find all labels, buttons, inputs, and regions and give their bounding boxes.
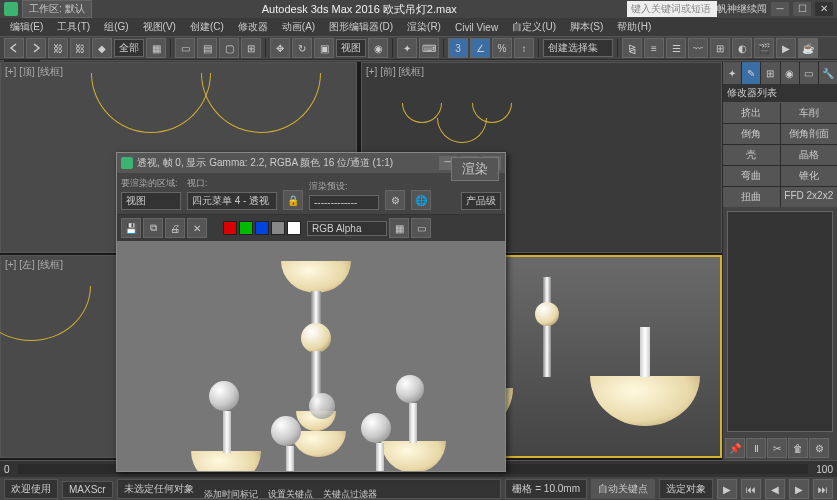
next-frame-button[interactable]: ▶ [789, 479, 809, 499]
menu-maxscript[interactable]: 脚本(S) [564, 18, 609, 36]
mod-extrude[interactable]: 挤出 [723, 103, 780, 123]
maximize-button[interactable]: ☐ [793, 2, 811, 16]
channel-mono-icon[interactable] [287, 221, 301, 235]
menu-group[interactable]: 组(G) [98, 18, 134, 36]
redo-button[interactable] [26, 38, 46, 58]
render-preset-dropdown[interactable]: ------------- [309, 195, 379, 210]
curve-editor-button[interactable]: 〰 [688, 38, 708, 58]
unlink-button[interactable]: ⛓ [70, 38, 90, 58]
menu-graph-editors[interactable]: 图形编辑器(D) [323, 18, 399, 36]
angle-snap-button[interactable]: ∠ [470, 38, 490, 58]
render-button[interactable]: ☕ [798, 38, 818, 58]
ref-coord-system[interactable]: 视图 [336, 39, 366, 57]
menu-civilview[interactable]: Civil View [449, 20, 504, 35]
goto-start-button[interactable]: ⏮ [741, 479, 761, 499]
minimize-button[interactable]: ─ [771, 2, 789, 16]
render-setup-button[interactable]: 🎬 [754, 38, 774, 58]
undo-button[interactable] [4, 38, 24, 58]
tab-motion-icon[interactable]: ◉ [781, 62, 799, 84]
menu-rendering[interactable]: 渲染(R) [401, 18, 447, 36]
scale-button[interactable]: ▣ [314, 38, 334, 58]
mod-shell[interactable]: 壳 [723, 145, 780, 165]
goto-end-button[interactable]: ⏭ [813, 479, 833, 499]
autokey-button[interactable]: 自动关键点 [591, 479, 655, 499]
bind-button[interactable]: ◆ [92, 38, 112, 58]
dialog-titlebar[interactable]: 透视, 帧 0, 显示 Gamma: 2.2, RGBA 颜色 16 位/通道 … [117, 153, 505, 173]
menu-help[interactable]: 帮助(H) [611, 18, 657, 36]
render-product-dropdown[interactable]: 产品级 [461, 192, 501, 210]
material-editor-button[interactable]: ◐ [732, 38, 752, 58]
make-unique-icon[interactable]: ✂ [767, 438, 787, 458]
menu-edit[interactable]: 编辑(E) [4, 18, 49, 36]
selection-filter[interactable]: 全部 [114, 39, 144, 57]
select-manipulate-button[interactable]: ✦ [397, 38, 417, 58]
schematic-view-button[interactable]: ⊞ [710, 38, 730, 58]
workspace-dropdown[interactable]: 工作区: 默认 [22, 0, 92, 18]
tab-modify-icon[interactable]: ✎ [742, 62, 760, 84]
channel-dropdown[interactable]: RGB Alpha [307, 221, 387, 236]
channel-alpha-icon[interactable] [271, 221, 285, 235]
select-by-name-button[interactable]: ▤ [197, 38, 217, 58]
tab-display-icon[interactable]: ▭ [800, 62, 818, 84]
mod-ffd[interactable]: FFD 2x2x2 [781, 187, 838, 207]
rotate-button[interactable]: ↻ [292, 38, 312, 58]
mirror-button[interactable]: ⧎ [622, 38, 642, 58]
setkey-button[interactable]: 设置关键点 [268, 488, 313, 501]
show-end-result-icon[interactable]: Ⅱ [746, 438, 766, 458]
render-setup-icon[interactable]: ⚙ [385, 190, 405, 210]
toggle-grid-icon[interactable]: ▦ [146, 38, 166, 58]
link-button[interactable]: ⛓ [48, 38, 68, 58]
modifier-list-header[interactable]: 修改器列表 [723, 84, 837, 103]
percent-snap-button[interactable]: % [492, 38, 512, 58]
align-button[interactable]: ≡ [644, 38, 664, 58]
use-center-button[interactable]: ◉ [368, 38, 388, 58]
pin-stack-icon[interactable]: 📌 [725, 438, 745, 458]
menu-customize[interactable]: 自定义(U) [506, 18, 562, 36]
configure-sets-icon[interactable]: ⚙ [809, 438, 829, 458]
mod-taper[interactable]: 锥化 [781, 166, 838, 186]
signin-user[interactable]: 帆神继续闯 [717, 2, 767, 16]
spinner-snap-button[interactable]: ↕ [514, 38, 534, 58]
render-frame-button[interactable]: ▶ [776, 38, 796, 58]
layers-button[interactable]: ☰ [666, 38, 686, 58]
select-region-button[interactable]: ▢ [219, 38, 239, 58]
select-object-button[interactable]: ▭ [175, 38, 195, 58]
prev-frame-button[interactable]: ◀ [765, 479, 785, 499]
menu-modifiers[interactable]: 修改器 [232, 18, 274, 36]
keyfilter-button[interactable]: 关键点过滤器 [323, 488, 377, 501]
mod-twist[interactable]: 扭曲 [723, 187, 780, 207]
viewport-label-top[interactable]: [+] [顶] [线框] [5, 65, 63, 79]
environment-icon[interactable]: 🌐 [411, 190, 431, 210]
modifier-stack[interactable] [727, 211, 833, 432]
mod-bevel-profile[interactable]: 倒角剖面 [781, 124, 838, 144]
viewport-label-front[interactable]: [+] [前] [线框] [366, 65, 424, 79]
channel-red-icon[interactable] [223, 221, 237, 235]
tab-create-icon[interactable]: ✦ [723, 62, 741, 84]
help-search-input[interactable]: 键入关键词或短语 [627, 1, 717, 17]
channel-blue-icon[interactable] [255, 221, 269, 235]
lock-viewport-icon[interactable]: 🔒 [283, 190, 303, 210]
mod-lathe[interactable]: 车削 [781, 103, 838, 123]
window-crossing-button[interactable]: ⊞ [241, 38, 261, 58]
render-button-dialog[interactable]: 渲染 [451, 157, 499, 181]
keyboard-shortcut-button[interactable]: ⌨ [419, 38, 439, 58]
clear-icon[interactable]: ✕ [187, 218, 207, 238]
toggle-overlay-icon[interactable]: ▦ [389, 218, 409, 238]
menu-views[interactable]: 视图(V) [137, 18, 182, 36]
menu-tools[interactable]: 工具(T) [51, 18, 96, 36]
tab-hierarchy-icon[interactable]: ⊞ [761, 62, 779, 84]
menu-create[interactable]: 创建(C) [184, 18, 230, 36]
mod-bend[interactable]: 弯曲 [723, 166, 780, 186]
toggle-ui-icon[interactable]: ▭ [411, 218, 431, 238]
status-add-time-tag[interactable]: 添加时间标记 [204, 488, 258, 501]
snap-toggle-button[interactable]: 3 [448, 38, 468, 58]
menu-animation[interactable]: 动画(A) [276, 18, 321, 36]
viewport-select-dropdown[interactable]: 四元菜单 4 - 透视 [187, 192, 277, 210]
remove-modifier-icon[interactable]: 🗑 [788, 438, 808, 458]
status-selected[interactable]: 选定对象 [659, 479, 713, 499]
channel-green-icon[interactable] [239, 221, 253, 235]
mod-lattice[interactable]: 晶格 [781, 145, 838, 165]
move-button[interactable]: ✥ [270, 38, 290, 58]
render-canvas[interactable] [117, 241, 505, 471]
close-button[interactable]: ✕ [815, 2, 833, 16]
